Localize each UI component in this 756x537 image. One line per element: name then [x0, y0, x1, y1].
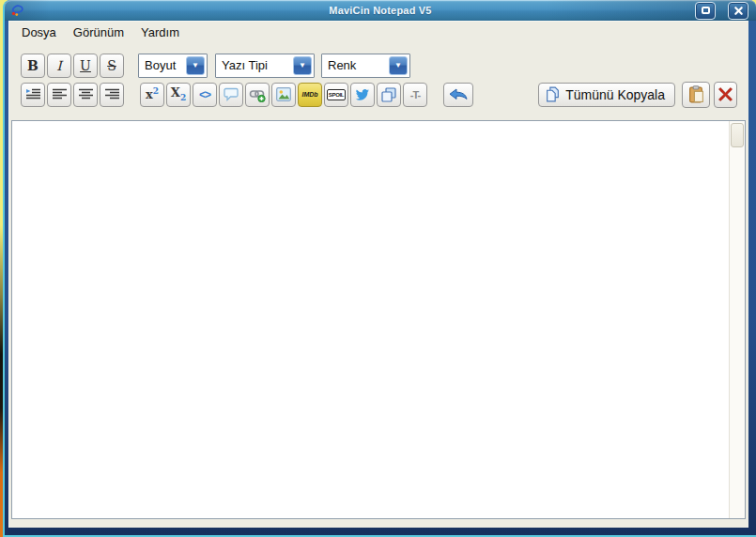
font-color-dropdown-button[interactable]: ▼ [389, 56, 408, 75]
italic-button[interactable]: I [47, 54, 71, 78]
copy-pages-icon [381, 87, 396, 102]
clipboard-paste-icon [688, 85, 704, 103]
menu-yardim[interactable]: Yardım [132, 23, 188, 42]
maximize-icon [702, 7, 710, 14]
strikethrough-button[interactable]: S [100, 54, 124, 78]
align-left-button[interactable] [47, 83, 71, 107]
titlebar[interactable]: MaviCin Notepad V5 [5, 0, 756, 21]
clear-all-button[interactable] [714, 82, 737, 108]
chevron-down-icon: ▼ [299, 62, 306, 69]
scrollbar-thumb[interactable] [731, 123, 744, 147]
spoiler-icon: SPOIL [327, 89, 347, 100]
font-color-value: Renk [322, 58, 356, 72]
quote-button[interactable] [219, 83, 243, 107]
insert-image-button[interactable] [271, 83, 296, 107]
speech-bubble-icon [224, 87, 239, 101]
font-color-dropdown[interactable]: Renk ▼ [321, 54, 410, 78]
code-icon: <> [199, 88, 210, 101]
menu-bar: Dosya Görünüm Yardım [8, 21, 748, 43]
twitter-button[interactable] [350, 83, 375, 107]
indent-button[interactable] [21, 83, 45, 107]
align-left-icon [52, 88, 68, 100]
font-size-value: Boyut [139, 58, 176, 72]
copy-all-button[interactable]: Tümünü Kopyala [538, 83, 675, 107]
insert-toolbar: x2 X2 <> [8, 82, 748, 107]
insert-link-button[interactable] [245, 83, 270, 107]
remove-format-icon: -T- [410, 89, 420, 100]
close-button[interactable] [728, 2, 748, 20]
app-logo-icon [9, 3, 25, 19]
subscript-button[interactable]: X2 [166, 83, 191, 107]
align-right-icon [104, 88, 120, 100]
italic-icon: I [56, 58, 62, 73]
font-family-value: Yazı Tipi [216, 58, 268, 72]
editor-container [11, 120, 746, 519]
strikethrough-icon: S [107, 58, 116, 73]
twitter-bird-icon [355, 88, 370, 101]
font-size-dropdown[interactable]: Boyut ▼ [138, 54, 208, 78]
align-center-button[interactable] [73, 83, 98, 107]
paste-button[interactable] [682, 82, 710, 108]
link-icon [249, 87, 266, 102]
back-arrow-icon [449, 88, 468, 101]
bold-icon: B [27, 58, 39, 73]
maximize-button[interactable] [695, 2, 716, 20]
window-title: MaviCin Notepad V5 [5, 5, 756, 16]
underline-icon: U [80, 58, 91, 73]
imdb-button[interactable]: IMDb [298, 83, 322, 107]
vertical-scrollbar[interactable] [729, 121, 745, 518]
indent-icon [25, 88, 41, 100]
undo-button[interactable] [443, 83, 473, 107]
format-toolbar: B I U S Boyut ▼ Yazı Tipi ▼ Renk ▼ [8, 53, 748, 78]
code-button[interactable]: <> [193, 83, 217, 107]
editor-area[interactable] [12, 121, 729, 518]
subscript-icon: X2 [171, 86, 186, 102]
close-icon [733, 6, 744, 16]
font-family-dropdown-button[interactable]: ▼ [293, 56, 312, 75]
app-window: MaviCin Notepad V5 Dosya Görünüm Yardım … [3, 0, 756, 537]
spoiler-button[interactable]: SPOIL [324, 83, 348, 107]
superscript-icon: x2 [146, 87, 159, 100]
underline-button[interactable]: U [73, 54, 98, 78]
align-center-icon [78, 88, 94, 100]
chevron-down-icon: ▼ [192, 62, 199, 69]
chevron-down-icon: ▼ [394, 62, 402, 69]
image-icon [276, 87, 291, 101]
window-body: Dosya Görünüm Yardım B I U S Boyut ▼ Yaz… [8, 21, 748, 528]
menu-gorunum[interactable]: Görünüm [65, 23, 132, 42]
align-right-button[interactable] [100, 83, 124, 107]
copy-pages-button[interactable] [377, 83, 401, 107]
superscript-button[interactable]: x2 [140, 83, 164, 107]
imdb-icon: IMDb [301, 91, 317, 98]
copy-all-label: Tümünü Kopyala [565, 87, 665, 102]
font-size-dropdown-button[interactable]: ▼ [186, 56, 205, 75]
font-family-dropdown[interactable]: Yazı Tipi ▼ [215, 54, 315, 78]
copy-document-icon [546, 86, 560, 102]
menu-dosya[interactable]: Dosya [13, 23, 65, 42]
red-x-icon [717, 86, 733, 102]
bold-button[interactable]: B [21, 54, 45, 78]
remove-format-button[interactable]: -T- [403, 83, 427, 107]
